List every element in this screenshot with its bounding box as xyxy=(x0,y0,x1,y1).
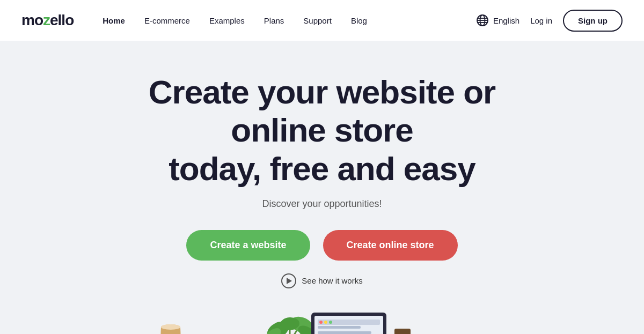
create-store-button[interactable]: Create online store xyxy=(323,230,458,261)
logo-text: mozello xyxy=(21,12,74,28)
hero-title-line2: today, free and easy xyxy=(169,150,475,187)
nav-right: English Log in Sign up xyxy=(476,10,623,32)
hero-title: Create your website or online store toda… xyxy=(107,73,537,188)
laptop-illustration xyxy=(306,310,392,334)
svg-rect-18 xyxy=(318,331,371,334)
globe-icon xyxy=(476,14,489,27)
signup-button[interactable]: Sign up xyxy=(563,10,623,32)
svg-rect-15 xyxy=(314,316,383,334)
logo[interactable]: mozello xyxy=(21,12,74,29)
svg-point-22 xyxy=(324,321,327,324)
language-selector[interactable]: English xyxy=(476,14,519,27)
video-link[interactable]: See how it works xyxy=(281,273,362,288)
video-link-label: See how it works xyxy=(302,276,362,285)
hero-subtitle: Discover your opportunities! xyxy=(262,198,382,210)
login-link[interactable]: Log in xyxy=(530,16,552,25)
nav-item-ecommerce[interactable]: E-commerce xyxy=(137,12,197,29)
illustration-area xyxy=(0,305,644,334)
hero-buttons: Create a website Create online store xyxy=(186,230,457,261)
hero-section: Create your website or online store toda… xyxy=(0,41,644,299)
svg-rect-17 xyxy=(318,326,361,329)
play-triangle xyxy=(287,278,292,284)
nav-item-plans[interactable]: Plans xyxy=(257,12,292,29)
logo-dot: z xyxy=(43,12,50,28)
nav-item-blog[interactable]: Blog xyxy=(343,12,375,29)
svg-point-23 xyxy=(329,321,332,324)
hero-title-line1: Create your website or online store xyxy=(149,73,495,149)
nav-item-home[interactable]: Home xyxy=(95,12,133,29)
nav-links: Home E-commerce Examples Plans Support B… xyxy=(95,12,476,29)
svg-point-6 xyxy=(161,324,180,330)
svg-rect-28 xyxy=(394,329,411,334)
play-icon xyxy=(281,273,296,288)
camera-illustration xyxy=(386,321,429,334)
nav-item-support[interactable]: Support xyxy=(296,12,339,29)
create-website-button[interactable]: Create a website xyxy=(186,230,310,261)
svg-point-21 xyxy=(319,321,323,324)
nav-item-examples[interactable]: Examples xyxy=(202,12,252,29)
cup-illustration xyxy=(155,321,187,334)
language-label: English xyxy=(493,16,519,25)
navbar: mozello Home E-commerce Examples Plans S… xyxy=(0,0,644,41)
